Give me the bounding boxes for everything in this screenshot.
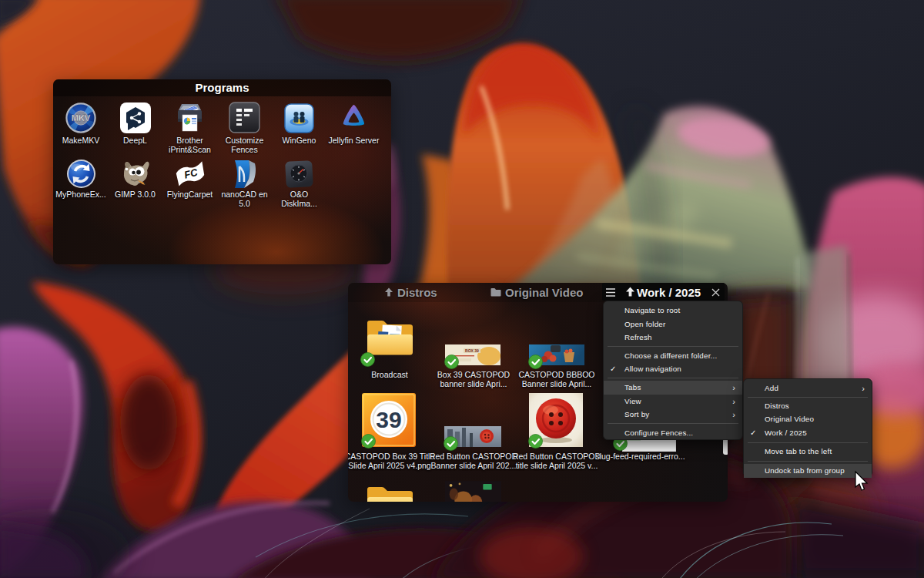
svg-text:MKV: MKV [72, 113, 91, 123]
svg-text:BOX 39: BOX 39 [465, 348, 479, 353]
svg-text:39: 39 [376, 407, 401, 432]
